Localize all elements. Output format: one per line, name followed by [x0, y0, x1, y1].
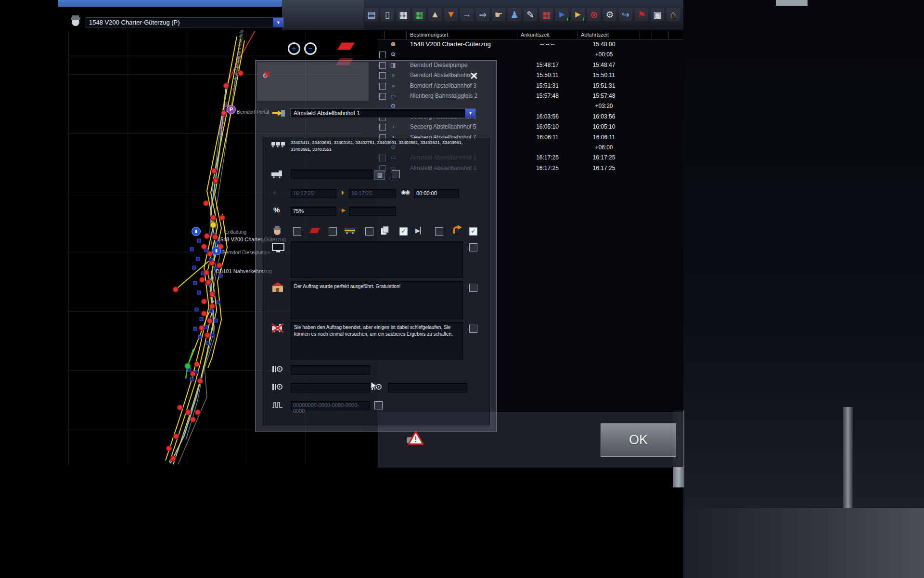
speed-icon: ► — [340, 207, 347, 213]
copy-pages-icon — [380, 226, 390, 236]
ok-button[interactable]: OK — [601, 423, 676, 457]
flag-icon[interactable]: ⚑ — [635, 8, 648, 21]
svg-text:!: ! — [414, 435, 417, 444]
departure-cell: 16:03:56 — [578, 113, 630, 120]
driver-icon[interactable]: ♟ — [508, 8, 521, 21]
header-cell-extra — [640, 31, 652, 39]
dialog-topbox — [257, 62, 369, 101]
param-field-3[interactable] — [388, 383, 467, 393]
wagon-numbers: 33403411, 33403681, 33403161, 33403791, … — [291, 140, 464, 153]
train-selector-bar: 1548 V200 Charter-Güterzug (P) ▼ — [67, 13, 294, 28]
move-up-icon[interactable]: ▲ — [428, 8, 442, 21]
success-textarea[interactable]: Der Auftrag wurde perfekt ausgeführt. Gr… — [291, 281, 463, 319]
option-step-checkbox[interactable] — [435, 227, 443, 236]
failure-checkbox[interactable] — [469, 325, 477, 333]
departure-cell: 15:48:00 — [578, 41, 630, 48]
display-icon — [272, 243, 284, 254]
route-add-icon[interactable]: ►+ — [555, 8, 569, 21]
speed-field[interactable] — [349, 207, 396, 216]
train-marker[interactable]: ▮ — [212, 246, 221, 255]
delete-entry-icon[interactable] — [262, 70, 270, 81]
track-gear-icon — [272, 365, 283, 375]
option-copy-checkbox[interactable]: ✓ — [399, 227, 408, 236]
chevron-down-icon[interactable]: ▼ — [273, 18, 283, 27]
loco-list-button[interactable]: ▤ — [374, 170, 385, 180]
grid-small-icon[interactable]: ▦ — [397, 8, 410, 21]
wagons-icon — [271, 141, 286, 149]
delete-icon[interactable]: ▯ — [381, 8, 394, 21]
pointer-icon[interactable]: ☛ — [492, 8, 505, 21]
train-select-dropdown[interactable]: 1548 V200 Charter-Güterzug (P) ▼ — [86, 17, 284, 27]
option-seat-checkbox[interactable] — [329, 227, 337, 236]
table-row[interactable]: ⚙+00:05 — [378, 50, 683, 60]
success-checkbox[interactable] — [469, 284, 477, 292]
arrival-cell: 15:50:11 — [517, 72, 578, 79]
track-gear-icon — [272, 382, 283, 393]
edit-plan-icon[interactable]: ✎ — [524, 8, 537, 21]
palette-icon[interactable]: ▦ — [539, 8, 553, 21]
arrival-clock-icon: ◐ — [273, 188, 278, 197]
guid-field[interactable]: 00000000-0000-0000-0000-0000 — [291, 401, 370, 410]
zoom-in-button[interactable]: + — [288, 42, 300, 55]
move-down-icon[interactable]: ▼ — [444, 8, 458, 21]
destination-dropdown[interactable]: Almsfeld Abstellbahnhof 1 ▼ — [290, 108, 476, 118]
message-checkbox[interactable] — [469, 243, 477, 251]
mouse-cursor — [371, 381, 378, 393]
scene-platform — [683, 508, 924, 578]
scene-artifact — [776, 0, 808, 6]
driver-head-icon — [272, 225, 282, 237]
grid-large-icon[interactable]: ▦ — [412, 8, 426, 21]
option-loco-checkbox[interactable] — [365, 227, 373, 236]
settings-doc-icon[interactable]: ⚙ — [603, 8, 616, 21]
driver-icon: ☻ — [388, 40, 398, 47]
param-field-2[interactable] — [291, 383, 370, 393]
departure-cell: 16:05:10 — [578, 123, 630, 130]
scene-sky — [58, 0, 282, 7]
portal-marker[interactable]: P — [227, 105, 236, 114]
map-label: Entladung — [225, 230, 246, 235]
header-cell-extra — [652, 31, 669, 39]
percent-field[interactable]: 75% — [291, 207, 336, 216]
arrival-cell: 16:17:25 — [517, 165, 578, 171]
departure-clock-icon: ◑ — [339, 188, 344, 197]
dual-clock-icon: ◉◉ — [401, 189, 409, 195]
header-cell-icons — [385, 31, 407, 39]
param-field-1[interactable] — [291, 365, 370, 375]
arrival-cell: 16:06:11 — [517, 134, 578, 141]
time-from-field[interactable]: 16:17:25 — [291, 189, 336, 198]
save-icon[interactable]: ▤ — [365, 8, 378, 21]
cancel-icon[interactable]: ⊗ — [587, 8, 601, 21]
arrival-cell: 16:03:56 — [517, 113, 578, 120]
train-marker[interactable]: ▮ — [192, 227, 201, 236]
option-exit-checkbox[interactable]: ✓ — [469, 227, 477, 236]
waypoint-add-icon[interactable]: ►+ — [571, 8, 585, 21]
message-textarea[interactable] — [291, 241, 463, 278]
arrival-cell: 15:57:48 — [517, 92, 578, 99]
arrival-cell: 15:51:31 — [517, 82, 578, 89]
seat-icon — [308, 227, 321, 236]
arrival-cell: --:--:-- — [517, 41, 578, 48]
depot-icon[interactable]: ⌂ — [667, 8, 680, 21]
departure-cell: 16:06:11 — [578, 134, 630, 141]
toolbar: ▤▯▦▦▲▼→⇒☛♟✎▦►+►+⊗⚙↪⚑▣⌂ — [365, 8, 680, 21]
wait-time-field[interactable]: 00:00:00 — [414, 189, 459, 198]
display-icon[interactable]: ▣ — [651, 8, 664, 21]
time-to-field[interactable]: 16:17:25 — [349, 189, 396, 198]
row-checkbox[interactable] — [379, 52, 386, 58]
option-driver-checkbox[interactable] — [293, 227, 301, 236]
guid-checkbox[interactable] — [374, 401, 383, 409]
driver-icon — [69, 14, 82, 29]
zoom-out-button[interactable]: − — [304, 42, 317, 55]
failure-textarea[interactable]: Sie haben den Auftrag beendet, aber eini… — [291, 322, 463, 359]
loco-checkbox[interactable] — [392, 170, 400, 178]
insert-after-icon[interactable]: ⇒ — [476, 8, 489, 21]
insert-before-icon[interactable]: → — [460, 8, 474, 21]
table-row[interactable]: ☻1548 V200 Charter-Güterzug--:--:--15:48… — [378, 39, 683, 50]
loco-field[interactable] — [291, 170, 372, 179]
percent-icon: % — [273, 206, 280, 213]
close-dialog-button[interactable]: ✕ — [470, 71, 478, 81]
chevron-down-icon[interactable]: ▼ — [465, 109, 475, 118]
scene-background — [282, 0, 364, 30]
departure-cell: +00:05 — [578, 51, 630, 58]
exit-door-icon[interactable]: ↪ — [619, 8, 632, 21]
